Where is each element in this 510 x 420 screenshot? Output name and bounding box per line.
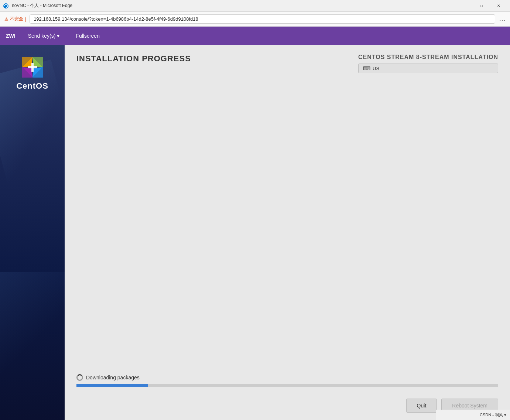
send-keys-arrow-icon: ▾ <box>57 33 59 39</box>
install-right-block: CENTOS STREAM 8-STREAM INSTALLATION ⌨ US <box>358 54 498 73</box>
fullscreen-button[interactable]: Fullscreen <box>72 31 103 41</box>
novnc-brand: ZWI <box>6 33 16 39</box>
install-title-block: INSTALLATION PROGRESS <box>76 54 191 64</box>
progress-status-text: Downloading packages <box>86 375 140 380</box>
install-body: Downloading packages <box>65 79 510 391</box>
progress-bar-container <box>76 384 498 387</box>
centos-stream-title: CENTOS STREAM 8-STREAM INSTALLATION <box>358 54 498 61</box>
window-title: noVNC - 个人 - Microsoft Edge <box>12 3 72 9</box>
novnc-toolbar: ZWI Send key(s) ▾ Fullscreen <box>0 27 510 45</box>
centos-logo-icon <box>21 56 44 78</box>
svg-rect-10 <box>28 66 37 68</box>
taskbar: CSDN - 啊风 ▾ <box>436 410 510 420</box>
progress-status: Downloading packages <box>76 374 498 381</box>
installation-progress-title: INSTALLATION PROGRESS <box>76 54 191 64</box>
send-keys-label: Send key(s) <box>28 33 56 39</box>
security-warning: ⚠ 不安全 | <box>4 16 26 22</box>
maximize-button[interactable]: □ <box>473 0 490 12</box>
keyboard-badge: ⌨ US <box>358 64 498 73</box>
title-bar: noVNC - 个人 - Microsoft Edge — □ ✕ <box>0 0 510 12</box>
separator: | <box>25 17 26 22</box>
centos-sidebar: CentOS <box>0 45 65 420</box>
keyboard-locale: US <box>373 66 379 71</box>
loading-spinner <box>76 374 83 381</box>
address-bar: ⚠ 不安全 | … <box>0 12 510 27</box>
taskbar-label: CSDN - 啊风 ▾ <box>480 412 506 418</box>
url-bar[interactable] <box>30 14 495 24</box>
quit-button[interactable]: Quit <box>406 399 437 413</box>
warning-text: 不安全 <box>10 16 23 22</box>
keyboard-icon: ⌨ <box>363 65 370 71</box>
title-bar-left: noVNC - 个人 - Microsoft Edge <box>3 3 72 9</box>
window-controls: — □ ✕ <box>456 0 507 12</box>
progress-bar-fill <box>76 384 148 387</box>
centos-logo: CentOS <box>16 56 48 91</box>
minimize-button[interactable]: — <box>456 0 473 12</box>
settings-icon[interactable]: … <box>499 15 506 23</box>
close-button[interactable]: ✕ <box>490 0 507 12</box>
install-header: INSTALLATION PROGRESS CENTOS STREAM 8-ST… <box>65 45 510 79</box>
main-area: CentOS INSTALLATION PROGRESS CENTOS STRE… <box>0 45 510 420</box>
progress-section: Downloading packages <box>76 370 498 391</box>
warning-icon: ⚠ <box>4 17 8 22</box>
fullscreen-label: Fullscreen <box>76 33 100 39</box>
installation-content: INSTALLATION PROGRESS CENTOS STREAM 8-ST… <box>65 45 510 420</box>
edge-icon <box>3 3 9 9</box>
centos-logo-text: CentOS <box>16 81 48 91</box>
send-keys-button[interactable]: Send key(s) ▾ <box>24 31 64 41</box>
